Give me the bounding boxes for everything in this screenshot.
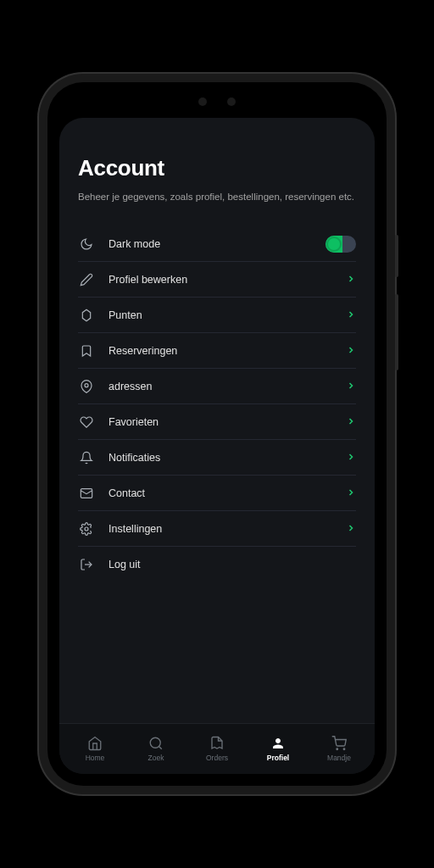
nav-profile[interactable]: Profiel: [248, 736, 309, 762]
row-label: Instellingen: [108, 523, 346, 535]
bottom-nav: Home Zoek Orders Profiel Mandje: [59, 723, 375, 774]
pencil-icon: [78, 271, 95, 288]
page-subtitle: Beheer je gegevens, zoals profiel, beste…: [78, 190, 356, 204]
row-addresses[interactable]: adressen: [78, 369, 356, 404]
camera-dot: [198, 97, 207, 106]
row-label: Log uit: [108, 559, 356, 570]
home-icon: [87, 736, 103, 751]
row-favorites[interactable]: Favorieten: [78, 404, 356, 440]
svg-point-1: [85, 383, 88, 387]
chevron-right-icon: [346, 486, 356, 501]
row-dark-mode[interactable]: Dark mode: [78, 226, 356, 262]
volume-button: [395, 235, 398, 277]
phone-notch: [175, 94, 259, 109]
chevron-right-icon: [346, 521, 356, 537]
row-edit-profile[interactable]: Profiel bewerken: [78, 262, 356, 298]
row-reservations[interactable]: Reserveringen: [78, 333, 356, 369]
row-label: Reserveringen: [108, 345, 346, 357]
chevron-right-icon: [346, 272, 356, 287]
row-label: adressen: [108, 381, 346, 392]
phone-frame: Account Beheer je gegevens, zoals profie…: [47, 82, 387, 786]
dark-mode-toggle[interactable]: [326, 236, 356, 253]
nav-orders[interactable]: Orders: [186, 736, 248, 762]
content-area: Account Beheer je gegevens, zoals profie…: [59, 118, 375, 723]
bookmark-icon: [78, 342, 95, 359]
nav-label: Mandje: [327, 754, 351, 762]
row-label: Punten: [108, 309, 346, 321]
mail-icon: [78, 485, 95, 502]
badge-icon: [78, 307, 95, 324]
nav-home[interactable]: Home: [64, 736, 125, 762]
svg-line-6: [159, 746, 161, 748]
gear-icon: [78, 520, 95, 537]
svg-point-5: [150, 737, 160, 748]
nav-label: Orders: [206, 754, 228, 762]
row-contact[interactable]: Contact: [78, 476, 356, 511]
chevron-right-icon: [346, 379, 356, 394]
search-icon: [148, 736, 164, 751]
power-button: [395, 294, 398, 370]
user-icon: [270, 736, 286, 751]
chevron-right-icon: [346, 308, 356, 323]
svg-point-8: [343, 748, 345, 750]
chevron-right-icon: [346, 450, 356, 465]
nav-label: Zoek: [148, 754, 164, 762]
cart-icon: [331, 736, 347, 751]
row-settings[interactable]: Instellingen: [78, 511, 356, 547]
row-points[interactable]: Punten: [78, 298, 356, 333]
row-label: Notificaties: [108, 452, 346, 464]
page-title: Account: [78, 155, 356, 181]
sensor-dot: [227, 97, 236, 106]
row-logout[interactable]: Log uit: [78, 547, 356, 582]
row-notifications[interactable]: Notificaties: [78, 440, 356, 476]
chevron-right-icon: [346, 415, 356, 430]
moon-icon: [78, 236, 95, 253]
logout-icon: [78, 556, 95, 573]
chevron-right-icon: [346, 343, 356, 359]
pin-icon: [78, 378, 95, 395]
row-label: Dark mode: [108, 238, 326, 250]
svg-point-3: [85, 527, 88, 531]
heart-icon: [78, 414, 95, 431]
nav-cart[interactable]: Mandje: [309, 736, 370, 762]
screen: Account Beheer je gegevens, zoals profie…: [59, 118, 375, 774]
receipt-icon: [209, 736, 225, 751]
bell-icon: [78, 449, 95, 466]
svg-marker-0: [82, 309, 90, 320]
nav-label: Profiel: [267, 754, 289, 762]
svg-point-7: [337, 748, 338, 750]
nav-search[interactable]: Zoek: [125, 736, 186, 762]
row-label: Profiel bewerken: [108, 274, 346, 286]
nav-label: Home: [86, 754, 105, 762]
row-label: Favorieten: [108, 416, 346, 428]
row-label: Contact: [108, 487, 346, 499]
